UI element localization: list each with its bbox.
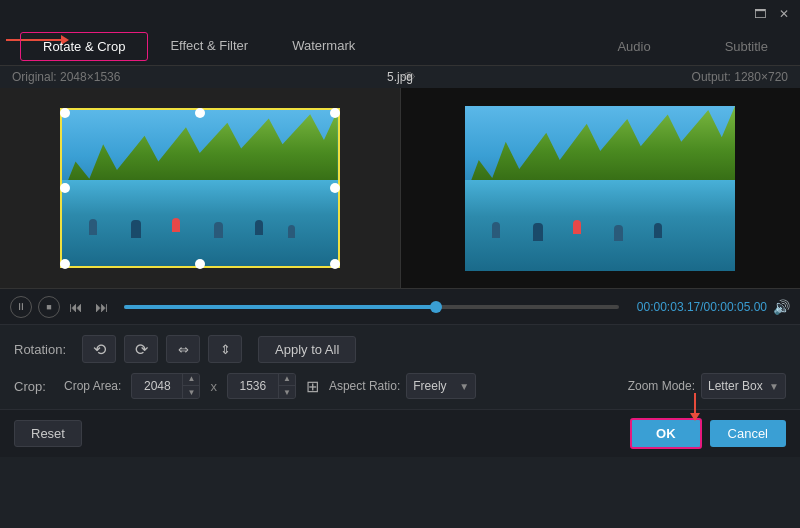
controls-area: Rotation: ⟲ ⟳ ⇔ ⇕ Apply to All Crop: Cro… [0,324,800,409]
crop-label: Crop: [14,379,54,394]
minimize-button[interactable]: 🗖 [752,6,768,22]
seek-back-button[interactable]: ⏮ [66,299,86,315]
crop-handle-br[interactable] [330,259,340,269]
zoom-mode-value: Letter Box [708,379,763,393]
aspect-ratio-dropdown[interactable]: Freely ▼ [406,373,476,399]
zoom-mode-arrow: ▼ [769,381,779,392]
aspect-ratio-section: Aspect Ratio: Freely ▼ [329,373,476,399]
original-size: Original: 2048×1536 [12,70,120,84]
crop-width-down[interactable]: ▼ [183,386,199,399]
right-preview-image [465,106,735,271]
rotate-left-button[interactable]: ⟲ [82,335,116,363]
crop-row: Crop: Crop Area: ▲ ▼ x ▲ ▼ ⊞ Aspect Rati… [14,373,786,399]
rotate-right-button[interactable]: ⟳ [124,335,158,363]
crop-width-up[interactable]: ▲ [183,373,199,386]
crop-width-input-wrap: ▲ ▼ [131,373,200,399]
playback-bar: ⏸ ■ ⏮ ⏭ 00:00:03.17/00:00:05.00 🔊 [0,288,800,324]
crop-height-up[interactable]: ▲ [279,373,295,386]
crop-handle-bm[interactable] [195,259,205,269]
rotation-row: Rotation: ⟲ ⟳ ⇔ ⇕ Apply to All [14,335,786,363]
preview-area [0,88,800,288]
tab-group: Rotate & Crop Effect & Filter Watermark [20,32,377,61]
rotate-left-icon: ⟲ [93,340,106,359]
pause-icon: ⏸ [16,301,26,312]
tab-rotate-crop[interactable]: Rotate & Crop [20,32,148,61]
pool-water-left [62,180,338,266]
ok-arrow-head [690,413,700,421]
flip-h-icon: ⇔ [178,342,189,357]
left-preview-image [60,108,340,268]
zoom-mode-label: Zoom Mode: [628,379,695,393]
tab-effect-filter[interactable]: Effect & Filter [148,32,270,61]
aspect-ratio-arrow: ▼ [459,381,469,392]
preview-right [401,88,801,288]
cancel-button[interactable]: Cancel [710,420,786,447]
pool-water-right [465,180,735,271]
x-separator: x [210,379,217,394]
output-size: Output: 1280×720 [692,70,788,84]
zoom-mode-dropdown[interactable]: Letter Box ▼ [701,373,786,399]
crop-handle-ml[interactable] [60,183,70,193]
rotate-right-icon: ⟳ [135,340,148,359]
volume-icon[interactable]: 🔊 [773,299,790,315]
filename: 5.jpg [387,70,413,84]
crop-handle-mr[interactable] [330,183,340,193]
crop-area-label: Crop Area: [64,379,121,393]
progress-track[interactable] [124,305,619,309]
ok-arrow-line [694,393,696,413]
flip-horizontal-button[interactable]: ⇔ [166,335,200,363]
stop-button[interactable]: ■ [38,296,60,318]
crop-height-input-wrap: ▲ ▼ [227,373,296,399]
crop-handle-tm[interactable] [195,108,205,118]
tab-bar: Rotate & Crop Effect & Filter Watermark … [0,28,800,66]
crop-handle-tr[interactable] [330,108,340,118]
crop-width-arrows: ▲ ▼ [182,373,199,399]
apply-all-button[interactable]: Apply to All [258,336,356,363]
rotation-label: Rotation: [14,342,74,357]
crop-height-arrows: ▲ ▼ [278,373,295,399]
tab-subtitle[interactable]: Subtitle [703,33,790,60]
tab-right-group: Audio Subtitle [595,33,790,60]
reset-btn-wrap: Reset [14,420,82,447]
seek-forward-button[interactable]: ⏭ [92,299,112,315]
flip-vertical-button[interactable]: ⇕ [208,335,242,363]
reset-button[interactable]: Reset [14,420,82,447]
tab-audio[interactable]: Audio [595,33,672,60]
play-button[interactable]: ⏸ [10,296,32,318]
flip-v-icon: ⇕ [220,342,231,357]
info-bar: Original: 2048×1536 👁 5.jpg Output: 1280… [0,66,800,88]
ok-annotation-arrow [690,393,700,421]
preview-left [0,88,401,288]
crop-handle-bl[interactable] [60,259,70,269]
title-bar: 🗖 ✕ [0,0,800,28]
aspect-ratio-value: Freely [413,379,446,393]
zoom-mode-section: Zoom Mode: Letter Box ▼ [628,373,786,399]
bottom-bar: Reset OK Cancel [0,409,800,457]
crop-link-icon[interactable]: ⊞ [306,377,319,396]
close-button[interactable]: ✕ [776,6,792,22]
crop-height-down[interactable]: ▼ [279,386,295,399]
ok-button[interactable]: OK [630,418,702,449]
tab-watermark[interactable]: Watermark [270,32,377,61]
crop-handle-tl[interactable] [60,108,70,118]
time-display: 00:00:03.17/00:00:05.00 [637,300,767,314]
progress-thumb[interactable] [430,301,442,313]
total-time: 00:00:05.00 [704,300,767,314]
aspect-ratio-label: Aspect Ratio: [329,379,400,393]
crop-height-input[interactable] [228,379,278,393]
current-time: 00:00:03.17 [637,300,700,314]
progress-fill [124,305,436,309]
crop-width-input[interactable] [132,379,182,393]
